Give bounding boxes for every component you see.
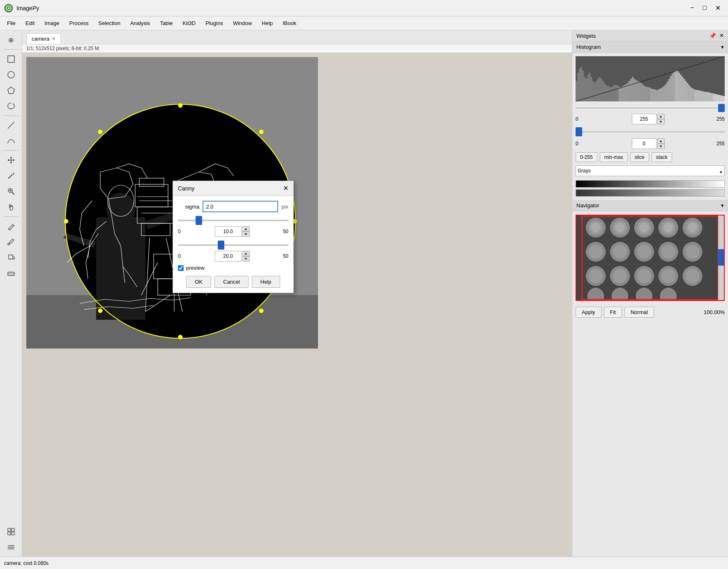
polygon-select-tool[interactable] <box>4 83 18 98</box>
threshold2-down[interactable]: ▼ <box>242 256 250 262</box>
svg-rect-97 <box>643 86 645 101</box>
lower-value-input[interactable] <box>632 138 657 149</box>
curve-tool[interactable] <box>4 133 18 148</box>
eraser-tool[interactable] <box>4 266 18 280</box>
menu-edit[interactable]: Edit <box>21 18 39 28</box>
range-0-255-button[interactable]: 0-255 <box>576 152 597 162</box>
lower-slider-thumb[interactable] <box>576 127 582 136</box>
lower-spin-up[interactable]: ▲ <box>657 138 665 144</box>
svg-point-162 <box>688 223 698 233</box>
stack-button[interactable]: stack <box>652 152 672 162</box>
navigator-section: Navigator ▾ <box>572 200 728 557</box>
lasso-tool[interactable] <box>4 99 18 113</box>
svg-rect-77 <box>611 87 612 101</box>
svg-rect-107 <box>660 88 662 101</box>
threshold1-thumb[interactable] <box>196 216 202 225</box>
minimize-button[interactable]: − <box>687 3 697 13</box>
hand-tool[interactable] <box>4 200 18 214</box>
svg-rect-69 <box>597 79 599 101</box>
colormap-select[interactable]: Grays Jet Hot Cool Viridis <box>576 165 725 176</box>
dropper-tool[interactable] <box>4 234 18 249</box>
upper-value-input[interactable] <box>632 114 657 124</box>
preview-checkbox[interactable] <box>178 265 184 271</box>
svg-point-54 <box>259 309 263 313</box>
menu-process[interactable]: Process <box>65 18 94 28</box>
navigator-header[interactable]: Navigator ▾ <box>572 200 728 211</box>
svg-marker-5 <box>8 87 14 94</box>
svg-rect-142 <box>718 95 720 101</box>
svg-rect-100 <box>648 87 650 101</box>
apply-button[interactable]: Apply <box>576 307 601 318</box>
svg-rect-117 <box>677 71 678 101</box>
expand-panels-tool[interactable] <box>4 524 18 539</box>
svg-rect-120 <box>682 77 683 101</box>
pin-icon[interactable]: 📌 <box>709 32 716 39</box>
zoom-tool[interactable] <box>4 184 18 199</box>
upper-spin-up[interactable]: ▲ <box>657 114 665 119</box>
menu-window[interactable]: Window <box>228 18 257 28</box>
svg-line-16 <box>9 243 9 244</box>
menu-analysis[interactable]: Analysis <box>125 18 155 28</box>
ok-button[interactable]: OK <box>186 276 211 288</box>
svg-point-153 <box>615 223 625 233</box>
menu-help[interactable]: Help <box>257 18 278 28</box>
maximize-button[interactable]: □ <box>699 3 710 13</box>
sigma-label: sigma <box>178 204 199 210</box>
cancel-button[interactable]: Cancel <box>214 276 248 288</box>
navigator-scroll-thumb[interactable] <box>718 249 724 266</box>
histogram-content: 0 ▲ ▼ 255 0 <box>572 53 728 200</box>
menu-selection[interactable]: Selection <box>93 18 125 28</box>
threshold2-input[interactable] <box>215 251 242 262</box>
upper-spin-down[interactable]: ▼ <box>657 119 665 124</box>
histogram-title: Histogram <box>576 44 601 50</box>
threshold1-down[interactable]: ▼ <box>242 232 250 237</box>
panel-close-icon[interactable]: ✕ <box>719 32 724 39</box>
paint-bucket-tool[interactable] <box>4 250 18 265</box>
canny-dialog[interactable]: Canny ✕ sigma pix 0 ▲ <box>173 181 294 293</box>
upper-slider-thumb[interactable] <box>718 104 725 112</box>
histogram-header[interactable]: Histogram ▾ <box>572 41 728 53</box>
menu-image[interactable]: Image <box>39 18 64 28</box>
threshold1-input[interactable] <box>215 226 242 237</box>
threshold2-up[interactable]: ▲ <box>242 251 250 256</box>
normal-button[interactable]: Normal <box>624 307 654 318</box>
more-tools-button[interactable] <box>4 540 18 555</box>
menu-ibook[interactable]: IBook <box>278 18 301 28</box>
line-tool[interactable] <box>4 118 18 133</box>
menu-plugins[interactable]: Plugins <box>200 18 228 28</box>
camera-tab[interactable]: camera ✕ <box>26 33 61 44</box>
svg-rect-72 <box>602 81 604 101</box>
rectangle-select-tool[interactable] <box>4 52 18 67</box>
dialog-close-button[interactable]: ✕ <box>283 184 288 192</box>
canvas-area[interactable] <box>22 53 572 557</box>
svg-point-180 <box>661 268 675 283</box>
pin-tool[interactable]: ⊕ <box>4 32 18 47</box>
ellipse-select-tool[interactable] <box>4 67 18 82</box>
menu-bar: File Edit Image Process Selection Analys… <box>0 16 728 30</box>
threshold1-up[interactable]: ▲ <box>242 226 250 232</box>
sigma-input[interactable] <box>203 201 278 212</box>
slice-button[interactable]: slice <box>630 152 649 162</box>
lower-spin-down[interactable]: ▼ <box>657 144 665 149</box>
tab-close-button[interactable]: ✕ <box>52 36 55 41</box>
navigator-scrollbar[interactable] <box>718 216 724 300</box>
svg-rect-90 <box>632 77 634 101</box>
svg-rect-114 <box>672 73 673 101</box>
menu-table[interactable]: Table <box>155 18 177 28</box>
svg-rect-106 <box>659 89 660 101</box>
threshold2-thumb[interactable] <box>218 241 224 250</box>
menu-file[interactable]: File <box>2 18 21 28</box>
pencil-tool[interactable] <box>4 219 18 234</box>
min-max-button[interactable]: min-max <box>600 152 628 162</box>
move-tool[interactable] <box>4 153 18 167</box>
histogram-section: Histogram ▾ <box>572 41 728 200</box>
magic-wand-tool[interactable] <box>4 168 18 183</box>
svg-rect-58 <box>579 69 581 101</box>
window-controls: − □ ✕ <box>687 3 724 13</box>
menu-kit3d[interactable]: Kit3D <box>177 18 200 28</box>
close-button[interactable]: ✕ <box>712 3 724 13</box>
help-button[interactable]: Help <box>252 276 280 288</box>
svg-point-49 <box>64 219 68 223</box>
fit-button[interactable]: Fit <box>604 307 622 318</box>
svg-rect-113 <box>670 76 672 101</box>
